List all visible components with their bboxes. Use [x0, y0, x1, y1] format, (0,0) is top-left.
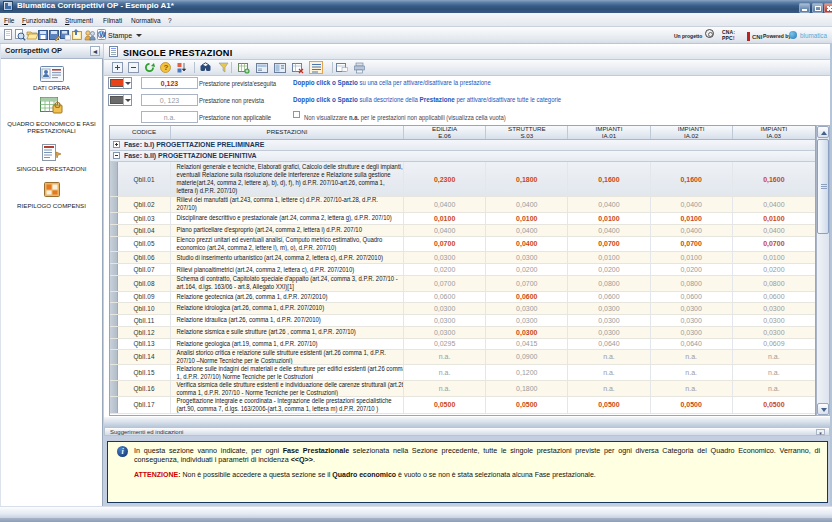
- svg-text:W: W: [99, 31, 106, 38]
- svg-text:?: ?: [163, 63, 168, 72]
